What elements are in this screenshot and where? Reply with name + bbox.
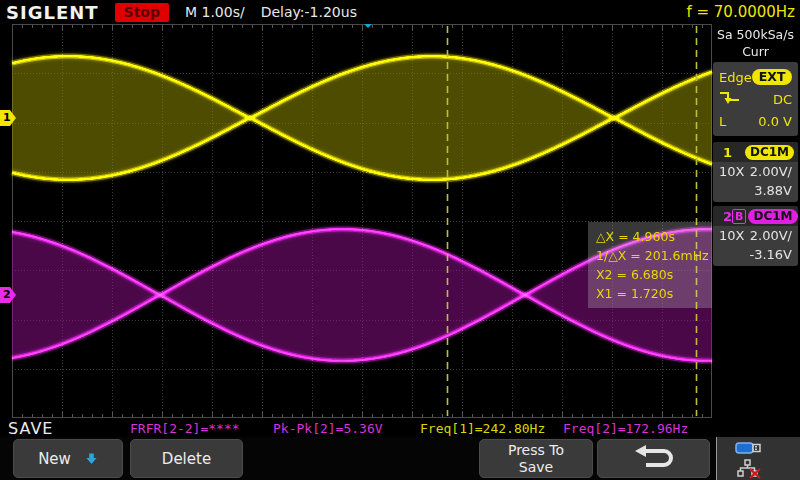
- measurement-freq2: Freq[2]=172.96Hz: [563, 421, 688, 436]
- channel1-panel[interactable]: 1 DC1M 10X 2.00V/ 3.88V: [713, 142, 798, 202]
- save-button-label-line2: Save: [519, 459, 553, 475]
- cursor-x2: X2 = 6.680s: [596, 265, 704, 284]
- channel2-offset: -3.16V: [749, 246, 792, 264]
- run-state-badge[interactable]: Stop: [115, 3, 169, 22]
- channel1-coupling-badge: DC1M: [745, 145, 794, 160]
- right-sidebar: Sa 500kSa/s Curr 7.00Mpts Edge EXT DC L …: [713, 24, 800, 418]
- save-button-label-line1: Press To: [508, 442, 564, 458]
- channel2-coupling-badge: DC1M: [748, 209, 797, 224]
- brand-logo: SIGLENT: [6, 2, 99, 23]
- channel2-panel[interactable]: 2 B DC1M 10X 2.00V/ -3.16V: [713, 206, 798, 266]
- measurement-row: SAVE FRFR[2-2]=**** Pk-Pk[2]=5.36V Freq[…: [0, 419, 800, 437]
- delay-readout: Delay:-1.20us: [261, 4, 357, 20]
- softkey-menu-bar: New Delete Press To Save: [0, 437, 800, 480]
- trigger-level-label: L: [719, 114, 726, 129]
- measurement-frfr: FRFR[2-2]=****: [130, 421, 240, 436]
- io-status-panel: [716, 437, 800, 480]
- channel1-offset: 3.88V: [754, 182, 792, 200]
- trigger-level-value: 0.0 V: [758, 114, 792, 129]
- channel2-id: 2: [717, 209, 732, 224]
- delete-button-label: Delete: [162, 450, 211, 468]
- trigger-panel[interactable]: Edge EXT DC L 0.0 V: [713, 62, 798, 136]
- channel2-bandwidth-badge: B: [732, 209, 746, 224]
- new-button-label: New: [38, 450, 71, 468]
- top-status-bar: SIGLENT Stop M 1.00s/ Delay:-1.20us f = …: [0, 0, 800, 24]
- lan-disconnected-icon: [737, 459, 763, 480]
- sample-rate: Sa 500kSa/s: [713, 26, 798, 43]
- channel2-scale: 2.00V/: [750, 227, 792, 245]
- cursor-delta-x: △X = 4.960s: [596, 227, 704, 246]
- channel2-probe: 10X: [719, 227, 744, 245]
- menu-title: SAVE: [8, 419, 53, 438]
- frequency-counter: f = 70.0000Hz: [686, 3, 795, 21]
- measurement-pkpk: Pk-Pk[2]=5.36V: [273, 421, 383, 436]
- dropdown-arrow-icon: [85, 452, 98, 465]
- cursor-measurement-box: △X = 4.960s 1/△X = 201.6mHz X2 = 6.680s …: [588, 222, 712, 308]
- oscilloscope-screen: SIGLENT Stop M 1.00s/ Delay:-1.20us f = …: [0, 0, 800, 480]
- channel1-probe: 10X: [719, 163, 744, 181]
- falling-edge-icon: [719, 90, 741, 109]
- trigger-type: Edge: [719, 70, 752, 85]
- channel1-scale: 2.00V/: [750, 163, 792, 181]
- back-button[interactable]: [597, 439, 710, 478]
- cursor-inverse-delta-x: 1/△X = 201.6mHz: [596, 246, 704, 265]
- return-arrow-icon: [631, 444, 677, 474]
- timebase-readout: M 1.00s/: [185, 4, 245, 20]
- delete-button[interactable]: Delete: [130, 439, 243, 478]
- usb-device-icon: [735, 440, 763, 460]
- waveform-display: [0, 24, 713, 418]
- trigger-source-badge: EXT: [752, 69, 793, 85]
- new-button[interactable]: New: [13, 439, 123, 478]
- press-to-save-button[interactable]: Press To Save: [479, 439, 593, 478]
- channel1-id: 1: [717, 145, 732, 160]
- measurement-freq1: Freq[1]=242.80Hz: [420, 421, 545, 436]
- cursor-x1: X1 = 1.720s: [596, 284, 704, 303]
- trigger-coupling: DC: [773, 92, 792, 107]
